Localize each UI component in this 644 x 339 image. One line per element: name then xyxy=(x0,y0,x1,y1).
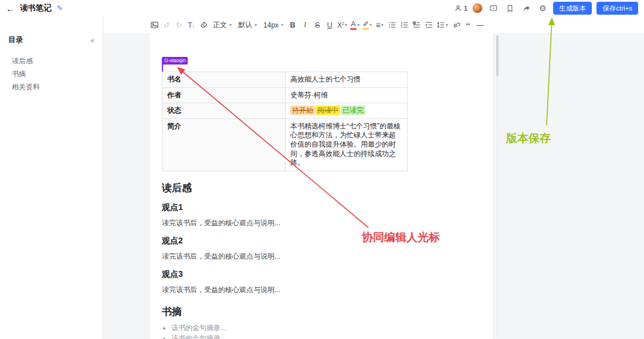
underline-button[interactable]: U xyxy=(324,19,335,32)
line-height-icon xyxy=(436,21,445,29)
heading-opinion-3: 观点3 xyxy=(162,269,480,280)
format-painter-icon: T↓ xyxy=(188,21,195,29)
top-header: ← 读书笔记 ✎ 1 ⚙ 生成版本 保 xyxy=(0,0,644,16)
quote-button[interactable]: “ xyxy=(462,19,474,32)
ordered-list-icon: 1 2 3 xyxy=(400,21,409,29)
row-value: 高效能人士的七个习惯 xyxy=(286,72,408,88)
book-info-table: 书名 高效能人士的七个习惯 作者 史蒂芬·柯维 状态 待开始阅读中已读完 简介 … xyxy=(162,72,408,171)
eraser-icon xyxy=(199,21,208,29)
chevron-down-icon: ▾ xyxy=(281,22,283,28)
row-value: 史蒂芬·柯维 xyxy=(286,87,408,103)
person-icon xyxy=(454,4,462,12)
list-item: 该书的金句摘录... xyxy=(171,324,480,333)
row-label: 书名 xyxy=(162,72,286,88)
collapse-sidebar-button[interactable]: « xyxy=(90,36,94,45)
superscript-button[interactable]: X2 ▾ xyxy=(336,19,348,32)
align-button[interactable]: ≡ ▾ xyxy=(374,19,385,32)
bookmark-button[interactable] xyxy=(504,2,516,14)
chevron-down-icon: ▾ xyxy=(357,22,360,28)
outline-list: 读后感 书摘 相关资料 xyxy=(0,55,103,93)
collab-cursor-flag: G-xiaoqin xyxy=(162,57,188,65)
gear-icon: ⚙ xyxy=(539,4,547,12)
indent-icon xyxy=(425,21,433,29)
task-list-icon xyxy=(412,21,421,29)
insert-link-button[interactable] xyxy=(450,19,462,32)
insert-image-button[interactable] xyxy=(148,19,160,32)
image-icon xyxy=(150,21,159,29)
strikethrough-button[interactable]: S xyxy=(311,19,323,32)
table-row: 书名 高效能人士的七个习惯 xyxy=(162,72,408,88)
horizontal-rule-icon: — xyxy=(477,21,484,29)
table-row: 状态 待开始阅读中已读完 xyxy=(162,103,408,119)
collab-cursor: G-xiaoqin xyxy=(162,57,480,72)
chevron-down-icon: ▾ xyxy=(446,22,448,28)
save-button[interactable]: 保存ctrl+s xyxy=(596,2,638,15)
sidebar-item-review[interactable]: 读后感 xyxy=(0,55,103,67)
heading-review: 读后感 xyxy=(162,181,480,195)
italic-button[interactable]: I xyxy=(299,19,311,32)
chevron-down-icon: ▾ xyxy=(381,22,384,28)
highlighter-icon: ✐ xyxy=(362,21,369,30)
chevron-down-icon: ▾ xyxy=(370,22,372,28)
chevron-down-icon: ▾ xyxy=(345,22,347,28)
avatar[interactable] xyxy=(472,3,483,13)
font-color-icon: A xyxy=(350,21,357,30)
highlight-button[interactable]: ✐ ▾ xyxy=(361,19,373,32)
outline-title: 目录 xyxy=(8,35,23,45)
settings-button[interactable]: ⚙ xyxy=(537,2,548,14)
sidebar-item-excerpts[interactable]: 书摘 xyxy=(0,67,103,80)
divider-button[interactable]: — xyxy=(474,19,486,32)
row-label: 简介 xyxy=(162,118,286,171)
link-icon xyxy=(452,21,460,29)
document-page[interactable]: G-xiaoqin 书名 高效能人士的七个习惯 作者 史蒂芬·柯维 状态 待开始… xyxy=(150,33,493,339)
table-row: 作者 史蒂芬·柯维 xyxy=(162,87,408,103)
line-height-button[interactable]: ▾ xyxy=(435,19,449,32)
editor-toolbar: ↺ ↻ T↓ 正文 ▾ 默认 ▾ 14px ▾ B I S U X2 ▾ A ▾ xyxy=(148,18,486,32)
sidebar-item-related[interactable]: 相关资料 xyxy=(0,80,103,93)
collab-cursor-annotation: 协同编辑人光标 xyxy=(362,230,440,245)
outline-sidebar: 目录 « 读后感 书摘 相关资料 xyxy=(0,16,103,339)
share-icon xyxy=(522,4,531,13)
back-button[interactable]: ← xyxy=(6,4,15,13)
indent-button[interactable] xyxy=(423,19,435,32)
bookmark-icon xyxy=(506,4,514,13)
superscript-icon: X2 xyxy=(337,21,344,29)
paragraph-style-select[interactable]: 正文 ▾ xyxy=(210,19,235,32)
format-painter-button[interactable]: T↓ xyxy=(185,19,197,32)
row-label: 作者 xyxy=(162,87,286,103)
bullet-list-button[interactable] xyxy=(386,19,398,32)
status-badge-done: 已读完 xyxy=(341,106,365,115)
clear-format-button[interactable] xyxy=(198,19,209,32)
undo-button[interactable]: ↺ xyxy=(161,19,172,32)
chevron-down-icon: ▾ xyxy=(255,22,257,28)
presentation-button[interactable] xyxy=(487,2,499,14)
page-title: 读书笔记 xyxy=(20,3,52,13)
opinion-body-1: 读完该书后，受益的核心观点与说明... xyxy=(162,218,480,228)
quote-icon: “ xyxy=(466,23,470,29)
collab-cursor-caret xyxy=(162,64,163,72)
edit-title-icon[interactable]: ✎ xyxy=(57,4,63,12)
heading-opinion-1: 观点1 xyxy=(162,202,480,213)
row-value: 本书精选柯维博士“七个习惯”的最核心思想和方法，为忙碌人士带来超价值的自我提升体… xyxy=(286,118,408,171)
share-button[interactable] xyxy=(520,2,532,14)
collaborators-count[interactable]: 1 xyxy=(454,4,467,12)
chevron-down-icon: ▾ xyxy=(229,22,232,28)
bold-button[interactable]: B xyxy=(287,19,299,32)
row-label: 状态 xyxy=(162,103,286,119)
presentation-icon xyxy=(489,4,498,13)
ordered-list-button[interactable]: 1 2 3 xyxy=(398,19,410,32)
opinion-body-2: 读完该书后，受益的核心观点与说明... xyxy=(162,252,480,262)
font-family-select[interactable]: 默认 ▾ xyxy=(235,19,260,32)
heading-excerpts: 书摘 xyxy=(162,305,480,318)
redo-button[interactable]: ↻ xyxy=(173,19,185,32)
scrollbar-thumb[interactable] xyxy=(496,35,499,76)
generate-version-button[interactable]: 生成版本 xyxy=(553,2,592,15)
font-color-button[interactable]: A ▾ xyxy=(349,19,361,32)
font-size-select[interactable]: 14px ▾ xyxy=(260,19,286,32)
task-list-button[interactable] xyxy=(411,19,422,32)
scrollbar-track[interactable] xyxy=(496,35,499,335)
svg-text:3: 3 xyxy=(401,26,402,29)
table-row: 简介 本书精选柯维博士“七个习惯”的最核心思想和方法，为忙碌人士带来超价值的自我… xyxy=(162,118,408,171)
collab-count-label: 1 xyxy=(464,5,467,12)
version-save-annotation: 版本保存 xyxy=(506,131,551,146)
